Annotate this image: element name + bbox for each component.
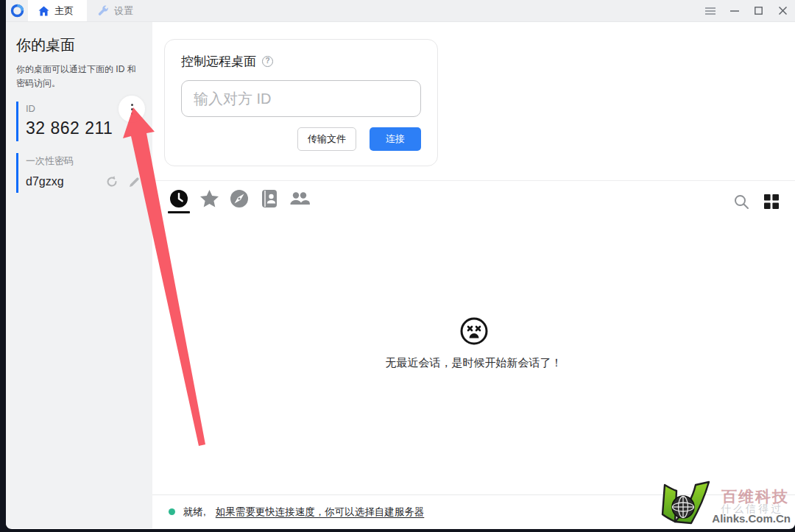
- tab-favorites[interactable]: [199, 189, 219, 213]
- maximize-button[interactable]: [746, 0, 771, 21]
- wrench-icon: [97, 5, 109, 16]
- status-bar: 就绪, 如果需要更快连接速度，你可以选择自建服务器: [152, 494, 795, 528]
- empty-state: 无最近会话，是时候开始新会话了！: [152, 213, 795, 494]
- status-dot-icon: [169, 508, 175, 515]
- sidebar-title: 你的桌面: [16, 35, 142, 55]
- device-id-value[interactable]: 32 862 211: [26, 118, 142, 138]
- password-label: 一次性密码: [26, 155, 142, 168]
- star-icon: [199, 189, 219, 208]
- session-toolbar: [152, 181, 795, 213]
- hamburger-icon: [705, 7, 716, 15]
- tab-home[interactable]: 主页: [28, 0, 87, 21]
- help-icon[interactable]: ?: [262, 56, 273, 67]
- refresh-icon: [105, 175, 119, 188]
- search-button[interactable]: [733, 194, 749, 210]
- maximize-icon: [755, 7, 763, 15]
- search-icon: [733, 194, 749, 210]
- tab-home-label: 主页: [54, 4, 74, 18]
- sidebar: 你的桌面 你的桌面可以通过下面的 ID 和密码访问。 ID 32 862 211…: [6, 22, 152, 528]
- close-button[interactable]: [771, 0, 795, 21]
- window-menu-button[interactable]: [698, 0, 722, 21]
- compass-icon: [230, 189, 249, 208]
- connect-card-title: 控制远程桌面: [181, 53, 256, 70]
- clock-icon: [169, 189, 188, 208]
- device-id-section: ID 32 862 211: [16, 102, 142, 141]
- tab-settings[interactable]: 设置: [87, 0, 146, 21]
- grid-view-icon: [764, 194, 779, 209]
- connect-button[interactable]: 连接: [370, 127, 421, 151]
- transfer-file-button[interactable]: 传输文件: [297, 127, 356, 151]
- tab-address-book[interactable]: [260, 189, 279, 213]
- kebab-icon: [131, 104, 133, 115]
- rustdesk-logo-icon: [10, 4, 24, 18]
- home-icon: [38, 6, 49, 16]
- pencil-icon: [128, 176, 141, 188]
- main-panel: 控制远程桌面 ? 传输文件 连接: [152, 22, 795, 528]
- status-text: 就绪,: [183, 506, 206, 519]
- sidebar-description: 你的桌面可以通过下面的 ID 和密码访问。: [16, 63, 142, 90]
- minimize-icon: [730, 10, 739, 12]
- password-section: 一次性密码 d7gzxg: [16, 153, 142, 193]
- titlebar-drag-area: [146, 0, 698, 21]
- custom-server-link[interactable]: 如果需要更快连接速度，你可以选择自建服务器: [216, 506, 425, 519]
- tab-settings-label: 设置: [114, 4, 133, 18]
- dizzy-face-icon: [459, 316, 489, 346]
- tab-recent-sessions[interactable]: [169, 189, 188, 213]
- password-value[interactable]: d7gzxg: [26, 175, 98, 188]
- remote-id-input[interactable]: [181, 80, 421, 117]
- titlebar: 主页 设置: [6, 0, 795, 22]
- id-menu-button[interactable]: [119, 96, 145, 122]
- empty-state-message: 无最近会话，是时候开始新会话了！: [386, 356, 562, 370]
- tab-discovered[interactable]: [230, 189, 249, 213]
- minimize-button[interactable]: [722, 0, 746, 21]
- tab-group[interactable]: [290, 189, 309, 213]
- edit-password-button[interactable]: [126, 174, 142, 190]
- close-icon: [779, 7, 787, 15]
- group-icon: [289, 189, 310, 208]
- view-toggle-button[interactable]: [764, 194, 779, 209]
- refresh-password-button[interactable]: [104, 174, 120, 190]
- connect-card: 控制远程桌面 ? 传输文件 连接: [164, 39, 438, 166]
- session-section: 无最近会话，是时候开始新会话了！ 就绪, 如果需要更快连接速度，你可以选择自建服…: [152, 180, 795, 528]
- address-book-icon: [261, 189, 278, 208]
- app-window: 主页 设置: [6, 0, 795, 529]
- app-logo: [6, 0, 28, 21]
